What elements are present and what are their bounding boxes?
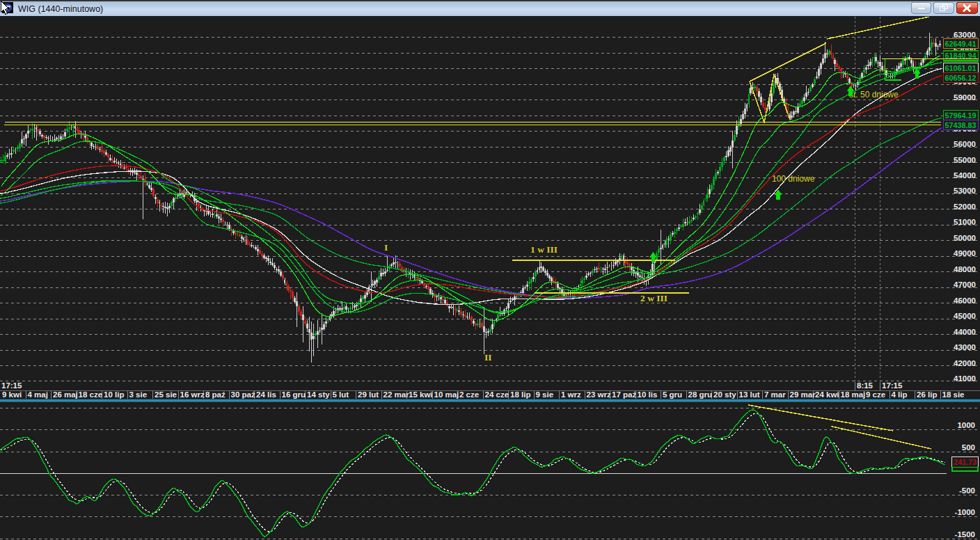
svg-text:I: I [384,242,388,253]
svg-text:56000: 56000 [954,140,976,148]
svg-text:18 sie: 18 sie [942,390,965,399]
svg-text:46000: 46000 [954,296,976,305]
svg-text:-1500: -1500 [955,530,975,539]
svg-text:18 lip: 18 lip [510,390,530,399]
svg-text:24 lis: 24 lis [256,390,276,399]
svg-text:13 lut: 13 lut [739,390,760,399]
svg-text:8 paź: 8 paź [205,390,226,399]
svg-text:49000: 49000 [954,249,976,257]
svg-text:14 sty: 14 sty [307,390,330,399]
svg-text:57964.19: 57964.19 [945,111,977,120]
svg-text:42000: 42000 [954,359,976,367]
svg-text:1 wrz: 1 wrz [561,390,581,399]
svg-text:5 gru: 5 gru [663,390,682,399]
svg-text:2 w III: 2 w III [640,293,667,303]
svg-text:9 cze: 9 cze [866,390,885,399]
svg-text:43000: 43000 [954,343,976,351]
svg-text:1000: 1000 [957,421,975,429]
svg-text:3 sie: 3 sie [129,390,148,399]
svg-text:2 cze: 2 cze [459,390,479,399]
svg-text:18 maj: 18 maj [841,390,866,399]
svg-text:9 kwi: 9 kwi [2,390,22,399]
svg-text:100 dniowe: 100 dniowe [772,174,815,184]
svg-text:241.73: 241.73 [954,458,977,466]
svg-text:25 sie: 25 sie [155,390,177,399]
svg-text:26 maj: 26 maj [53,390,78,399]
svg-text:48000: 48000 [954,265,976,273]
svg-text:51000: 51000 [954,218,976,226]
svg-text:18 cze: 18 cze [79,390,103,399]
svg-text:29 mar: 29 mar [790,390,816,399]
svg-text:16 gru: 16 gru [282,390,306,399]
svg-text:17:15: 17:15 [1,381,22,390]
svg-text:53000: 53000 [954,186,976,195]
svg-text:24 kwi: 24 kwi [815,390,839,399]
svg-text:5 lut: 5 lut [333,390,349,399]
svg-text:-1000: -1000 [955,508,975,516]
svg-text:57438.83: 57438.83 [945,121,977,129]
svg-text:54000: 54000 [954,171,976,180]
svg-text:50000: 50000 [954,234,976,242]
svg-text:WIG (1440-minutowo): WIG (1440-minutowo) [18,4,103,14]
svg-text:28 gru: 28 gru [688,390,713,399]
svg-text:63000: 63000 [954,31,976,39]
svg-text:29 lut: 29 lut [358,390,379,399]
svg-text:8:15: 8:15 [857,381,874,390]
svg-text:23 wrz: 23 wrz [587,390,611,399]
svg-text:7 mar: 7 mar [764,390,786,399]
svg-text:61061.01: 61061.01 [945,64,977,72]
svg-text:60656.12: 60656.12 [945,74,977,82]
svg-text:4 maj: 4 maj [28,390,48,399]
svg-text:15 kwi: 15 kwi [409,390,433,399]
svg-text:26 lip: 26 lip [917,390,937,399]
svg-text:62649.41: 62649.41 [945,40,977,48]
svg-text:10 lis: 10 lis [638,390,658,399]
svg-text:4 lip: 4 lip [892,390,908,399]
svg-text:52000: 52000 [954,202,976,211]
svg-text:śr. 50 dniowe: śr. 50 dniowe [849,90,899,100]
svg-text:10 maj: 10 maj [434,390,459,399]
svg-text:44000: 44000 [954,328,976,336]
svg-text:17:15: 17:15 [882,381,903,390]
svg-text:16 wrz: 16 wrz [180,390,205,399]
svg-text:500: 500 [962,443,975,452]
svg-text:59000: 59000 [954,93,976,102]
svg-text:10 lip: 10 lip [104,390,124,399]
svg-text:22 mar: 22 mar [384,390,410,399]
svg-text:24 cze: 24 cze [485,390,509,399]
svg-text:45000: 45000 [954,312,976,320]
svg-text:9 sie: 9 sie [536,390,554,399]
svg-text:30 paź: 30 paź [231,390,255,399]
svg-text:17 paź: 17 paź [612,390,636,399]
svg-text:1 w III: 1 w III [530,244,558,255]
svg-text:41000: 41000 [954,374,976,383]
svg-text:55000: 55000 [954,156,976,164]
svg-text:47000: 47000 [954,280,976,289]
svg-text:20 sty: 20 sty [713,390,736,399]
svg-text:II: II [484,352,492,363]
svg-text:-500: -500 [959,486,975,495]
